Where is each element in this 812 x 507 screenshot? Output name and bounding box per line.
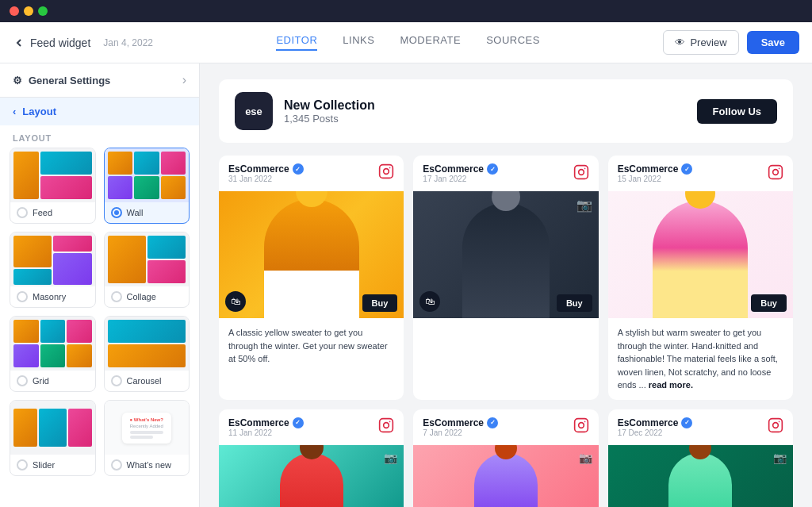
read-more-link-3[interactable]: read more. bbox=[649, 380, 693, 390]
layout-option-collage[interactable]: Collage bbox=[104, 232, 190, 308]
post-image-3: Buy bbox=[608, 191, 793, 318]
general-settings-label: General Settings bbox=[29, 75, 110, 86]
layout-option-wall[interactable]: Wall bbox=[104, 148, 190, 224]
post-card-5: EsCommerce ✓ 7 Jan 2022 bbox=[413, 409, 598, 508]
grid-label: Grid bbox=[33, 376, 49, 386]
minimize-dot[interactable] bbox=[24, 6, 33, 16]
close-dot[interactable] bbox=[10, 6, 19, 16]
top-navigation: Feed widget Jan 4, 2022 EDITOR LINKS MOD… bbox=[0, 22, 812, 63]
svg-point-13 bbox=[578, 423, 584, 428]
svg-rect-3 bbox=[574, 165, 588, 179]
instagram-icon-4 bbox=[378, 417, 394, 436]
layout-option-slider[interactable]: Slider bbox=[10, 400, 96, 476]
instagram-icon-1 bbox=[378, 163, 394, 183]
verified-badge-5: ✓ bbox=[487, 417, 498, 428]
titlebar bbox=[0, 0, 812, 22]
instagram-icon-5 bbox=[573, 417, 589, 436]
back-button[interactable]: Feed widget bbox=[13, 36, 90, 49]
camera-icon-4: 📷 bbox=[384, 451, 397, 464]
post-card-2: EsCommerce ✓ 17 Jan 2022 bbox=[413, 156, 598, 400]
feed-label: Feed bbox=[33, 208, 52, 217]
post-image-5: 📷 bbox=[413, 445, 598, 508]
follow-button[interactable]: Follow Us bbox=[697, 99, 777, 124]
carousel-label: Carousel bbox=[127, 376, 162, 386]
post-card-3: EsCommerce ✓ 15 Jan 2022 bbox=[608, 156, 793, 400]
grid-thumb bbox=[10, 317, 95, 371]
layout-options-grid: Feed Wall bbox=[0, 148, 199, 486]
preview-button[interactable]: 👁 Preview bbox=[663, 30, 738, 55]
verified-badge-1: ✓ bbox=[293, 163, 304, 175]
post-image-6: 📷 bbox=[608, 445, 793, 508]
masonry-thumb bbox=[10, 232, 95, 286]
svg-point-16 bbox=[773, 423, 779, 428]
layout-option-feed[interactable]: Feed bbox=[10, 148, 96, 224]
collage-label: Collage bbox=[127, 292, 156, 302]
buy-button-3[interactable]: Buy bbox=[751, 294, 787, 312]
chevron-left-icon: ‹ bbox=[13, 106, 16, 117]
layout-section-header[interactable]: ‹ Layout bbox=[0, 98, 199, 125]
verified-badge-3: ✓ bbox=[681, 163, 692, 175]
feed-avatar: ese bbox=[235, 92, 273, 130]
chevron-right-icon: › bbox=[182, 73, 186, 87]
feed-radio bbox=[17, 207, 28, 218]
post-date-3: 15 Jan 2022 bbox=[618, 175, 693, 183]
collage-thumb bbox=[105, 232, 190, 286]
post-card-4: EsCommerce ✓ 11 Jan 2022 bbox=[219, 409, 404, 508]
slider-thumb bbox=[10, 401, 95, 455]
slider-radio bbox=[17, 459, 28, 471]
layout-section-label: LAYOUT bbox=[0, 125, 199, 148]
whatsnew-thumb: ● What's New? Recently Added bbox=[105, 401, 190, 455]
gear-icon: ⚙ bbox=[13, 75, 22, 86]
general-settings-section[interactable]: ⚙ General Settings › bbox=[0, 63, 199, 98]
svg-rect-6 bbox=[769, 165, 783, 179]
maximize-dot[interactable] bbox=[38, 6, 48, 16]
svg-point-7 bbox=[773, 169, 779, 175]
feed-info: New Collection 1,345 Posts bbox=[284, 98, 686, 125]
eye-icon: 👁 bbox=[675, 36, 685, 48]
post-image-1: 🛍 Buy bbox=[219, 191, 404, 318]
verified-badge-4: ✓ bbox=[293, 417, 304, 428]
layout-option-masonry[interactable]: Masonry bbox=[10, 232, 96, 308]
tab-moderate[interactable]: MODERATE bbox=[400, 34, 461, 51]
posts-grid: EsCommerce ✓ 31 Jan 2022 bbox=[219, 156, 793, 507]
svg-point-2 bbox=[389, 167, 391, 169]
feed-thumb bbox=[10, 148, 95, 202]
author-name-5: EsCommerce bbox=[423, 417, 484, 428]
buy-button-2[interactable]: Buy bbox=[557, 294, 592, 312]
masonry-label: Masonry bbox=[33, 292, 66, 302]
layout-option-whatsnew[interactable]: ● What's New? Recently Added What's new bbox=[104, 400, 190, 476]
svg-point-14 bbox=[584, 421, 585, 423]
main-layout: ⚙ General Settings › ‹ Layout LAYOUT bbox=[0, 63, 812, 507]
svg-point-17 bbox=[779, 421, 780, 423]
svg-rect-0 bbox=[380, 165, 393, 179]
layout-option-carousel[interactable]: Carousel bbox=[104, 316, 190, 392]
verified-badge-6: ✓ bbox=[681, 417, 692, 428]
svg-point-1 bbox=[384, 169, 389, 175]
tab-sources[interactable]: SOURCES bbox=[486, 34, 540, 51]
post-image-2: 📷 🛍 Buy bbox=[413, 191, 598, 318]
post-desc-1: A classic yellow sweater to get you thro… bbox=[219, 318, 404, 374]
post-date-2: 17 Jan 2022 bbox=[423, 175, 498, 183]
save-button[interactable]: Save bbox=[747, 31, 799, 54]
author-name-4: EsCommerce bbox=[228, 417, 289, 428]
post-date-4: 11 Jan 2022 bbox=[228, 428, 304, 437]
verified-badge-2: ✓ bbox=[487, 163, 498, 175]
svg-point-10 bbox=[384, 423, 389, 428]
whatsnew-label: What's new bbox=[127, 460, 172, 470]
nav-tabs: EDITOR LINKS MODERATE SOURCES bbox=[166, 34, 650, 51]
wall-radio bbox=[111, 207, 122, 218]
tab-editor[interactable]: EDITOR bbox=[276, 34, 317, 51]
svg-rect-12 bbox=[574, 419, 588, 432]
wall-label: Wall bbox=[127, 208, 144, 217]
svg-point-5 bbox=[584, 167, 585, 169]
svg-point-4 bbox=[578, 169, 584, 175]
layout-option-grid[interactable]: Grid bbox=[10, 316, 96, 392]
grid-radio bbox=[17, 375, 28, 386]
topnav-actions: 👁 Preview Save bbox=[663, 30, 799, 55]
author-name-2: EsCommerce bbox=[423, 163, 484, 175]
post-date-6: 17 Dec 2022 bbox=[618, 428, 693, 437]
buy-button-1[interactable]: Buy bbox=[362, 294, 398, 312]
slider-label: Slider bbox=[33, 460, 55, 470]
tab-links[interactable]: LINKS bbox=[343, 34, 374, 51]
carousel-radio bbox=[111, 375, 122, 386]
